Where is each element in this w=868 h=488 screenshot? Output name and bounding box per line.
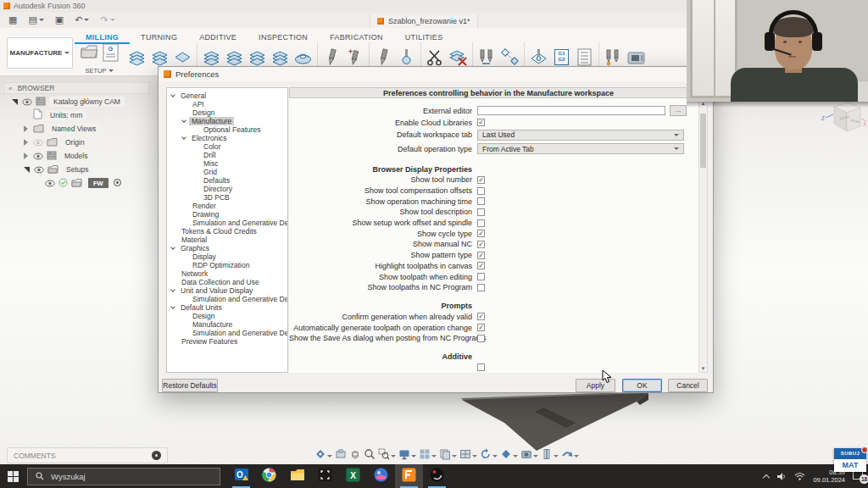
checkbox[interactable]: ✓ — [477, 119, 485, 126]
checkbox[interactable] — [477, 187, 485, 195]
redo-icon[interactable]: ↷ — [100, 15, 114, 25]
drill-tilt-icon[interactable] — [320, 46, 343, 69]
pref-tree-item-design[interactable]: Design — [167, 108, 287, 117]
pref-tree-item-simulation-and-generative-design[interactable]: Simulation and Generative Design — [167, 329, 287, 337]
nc-list-icon[interactable] — [573, 46, 596, 69]
zoom-window-icon[interactable] — [378, 448, 396, 463]
pref-tree-item-manufacture[interactable]: Manufacture — [167, 117, 287, 125]
pref-tree-item-defaults[interactable]: Defaults — [167, 176, 287, 185]
pocket-icon[interactable] — [148, 46, 171, 69]
restore-defaults-button[interactable]: Restore Defaults — [162, 379, 218, 392]
ok-button[interactable]: OK — [622, 379, 662, 392]
excel-icon[interactable]: X — [339, 464, 367, 488]
expander-closed-icon[interactable] — [24, 152, 28, 159]
browser-item-origin[interactable]: Origin — [3, 136, 164, 149]
chevron-down-icon[interactable] — [170, 245, 175, 250]
browser-item-katalog-g-wny-cam[interactable]: Katalog główny CAM — [3, 95, 164, 108]
checkbox[interactable] — [477, 335, 485, 342]
probe-ball-icon[interactable] — [395, 46, 418, 69]
pref-tree-item-manufacture[interactable]: Manufacture — [167, 320, 287, 329]
speaker-icon[interactable] — [776, 472, 787, 481]
pan-icon[interactable] — [349, 448, 361, 463]
pref-tree-item-drill[interactable]: Drill — [167, 151, 287, 159]
coil-icon[interactable] — [125, 46, 148, 69]
checkbox[interactable] — [477, 219, 485, 227]
steering-icon[interactable] — [561, 448, 579, 463]
checkbox[interactable]: ✓ — [477, 262, 485, 269]
flat-icon[interactable] — [171, 46, 194, 69]
pref-tree-item-unit-and-value-display[interactable]: Unit and Value Display — [167, 286, 287, 295]
dome-icon[interactable] — [292, 46, 314, 69]
browser-panel-header[interactable]: « BROWSER — [3, 82, 149, 94]
panel-scrollbar[interactable]: ▲ ▼ — [698, 99, 708, 373]
ncprogram-icon[interactable]: G — [103, 43, 119, 65]
checkbox[interactable] — [477, 273, 485, 280]
external-editor-input[interactable] — [477, 106, 665, 115]
measure-icon[interactable] — [335, 448, 347, 463]
pref-tree-item-misc[interactable]: Misc — [167, 159, 287, 168]
checkbox[interactable] — [477, 284, 485, 291]
visibility-icon[interactable] — [22, 94, 32, 109]
machine-icon[interactable] — [625, 46, 648, 69]
pref-tree-item-general[interactable]: General — [167, 92, 287, 100]
refresh-icon[interactable] — [480, 448, 498, 463]
pref-tree-item-display[interactable]: Display — [167, 252, 287, 261]
pref-tree-item-color[interactable]: Color — [167, 142, 287, 151]
checkbox[interactable] — [477, 363, 485, 371]
pref-tree-item-grid[interactable]: Grid — [167, 168, 287, 176]
visibility-icon[interactable] — [45, 175, 55, 191]
checkbox[interactable] — [477, 208, 485, 216]
file-menu-icon[interactable]: ▤ — [28, 15, 43, 25]
pref-tree-item-tokens-cloud-credits[interactable]: Tokens & Cloud Credits — [167, 227, 287, 236]
checkbox[interactable]: ✓ — [477, 324, 485, 331]
simulate-icon[interactable] — [602, 46, 625, 69]
probe-diamond-icon[interactable] — [527, 46, 550, 69]
links-icon[interactable] — [498, 46, 521, 69]
browse-button[interactable]: ... — [670, 105, 687, 116]
chevron-down-icon[interactable] — [170, 287, 175, 292]
named-views-icon[interactable] — [439, 448, 457, 463]
undo-icon[interactable]: ↶ — [75, 15, 89, 25]
checkbox[interactable]: ✓ — [477, 230, 485, 237]
ribbon-tab-milling[interactable]: MILLING — [75, 30, 130, 44]
outlook-icon[interactable]: O — [227, 464, 255, 488]
checkbox[interactable]: ✓ — [477, 241, 485, 248]
chevron-down-icon[interactable] — [181, 118, 186, 123]
pref-tree-item-api[interactable]: API — [167, 100, 287, 108]
fusion-icon[interactable] — [395, 464, 423, 488]
pref-tree-item-network[interactable]: Network — [167, 269, 287, 278]
chevron-down-icon[interactable] — [170, 304, 175, 309]
visual-style-icon[interactable] — [500, 448, 518, 463]
scroll-down-icon[interactable]: ▼ — [699, 366, 707, 371]
pref-tree-item-preview-features[interactable]: Preview Features — [167, 337, 287, 346]
recorder-icon[interactable] — [423, 464, 451, 488]
notification-center-icon[interactable]: 18 — [853, 470, 866, 482]
expander-closed-icon[interactable] — [24, 139, 28, 146]
explorer-icon[interactable] — [283, 464, 311, 488]
comments-expand-icon[interactable] — [152, 451, 161, 460]
checkbox[interactable]: ✓ — [477, 252, 485, 259]
cancel-button[interactable]: Cancel — [668, 379, 708, 392]
browser-item-models[interactable]: Models — [3, 149, 164, 163]
pref-tree-item-material[interactable]: Material — [167, 236, 287, 244]
section-icon[interactable] — [541, 448, 559, 463]
checkbox[interactable]: ✓ — [477, 313, 485, 320]
document-tab[interactable]: Szablon_frezowanie v1* — [370, 14, 478, 28]
pref-tree-item-3d-pcb[interactable]: 3D PCB — [167, 193, 287, 202]
browser-item-named-views[interactable]: Named Views — [3, 122, 164, 136]
g1g2-icon[interactable]: G1G2 — [550, 46, 573, 69]
drill-plus-icon[interactable]: + — [343, 46, 366, 69]
chevron-down-icon[interactable] — [170, 92, 175, 97]
coil-x-icon[interactable] — [447, 46, 470, 69]
zoom-icon[interactable] — [364, 448, 376, 463]
swarf-icon[interactable] — [269, 46, 292, 69]
pref-tree-item-design[interactable]: Design — [167, 312, 287, 320]
expander-open-icon[interactable] — [12, 99, 18, 105]
browser-item-units-mm[interactable]: Units: mm — [3, 108, 164, 122]
scrollbar-thumb[interactable] — [700, 114, 706, 168]
pref-tree-item-electronics[interactable]: Electronics — [167, 134, 287, 142]
slope-icon[interactable] — [223, 46, 246, 69]
pref-tree-item-render[interactable]: Render — [167, 202, 287, 210]
viewports-icon[interactable] — [459, 448, 477, 463]
new-setup-icon[interactable] — [80, 43, 99, 65]
